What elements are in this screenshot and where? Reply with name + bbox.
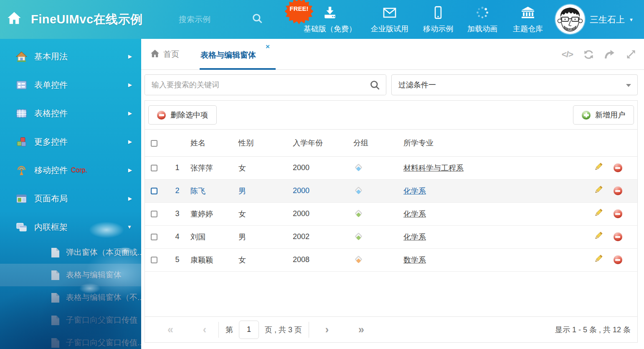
- filter-row: 过滤条件一: [145, 74, 638, 95]
- header-action-enterprise-trial[interactable]: 企业版试用: [371, 6, 408, 34]
- close-icon[interactable]: ×: [266, 43, 270, 51]
- delete-icon[interactable]: [614, 255, 622, 264]
- row-checkbox[interactable]: [151, 234, 157, 240]
- source-code-icon[interactable]: </>: [562, 49, 573, 59]
- chevron-down-icon: [626, 84, 631, 87]
- header-search-input[interactable]: [179, 13, 246, 27]
- sidebar-item-form-controls[interactable]: 表单控件 ▶: [0, 71, 141, 99]
- row-checkbox[interactable]: [151, 257, 157, 263]
- chevron-right-icon: ▶: [128, 139, 132, 145]
- next-page-button[interactable]: ›: [320, 324, 334, 335]
- tab-bar: 首页 表格与编辑窗体 × </>: [141, 39, 644, 70]
- table-row[interactable]: 3 董婷婷 女 2000 化学系: [145, 202, 637, 225]
- sidebar-item-inline-frames[interactable]: 内联框架 ▼: [0, 213, 141, 241]
- submenu-item-child-to-parent-2[interactable]: 子窗口向父窗口传值...: [0, 331, 141, 349]
- cell-gender: 女: [238, 202, 293, 225]
- user-avatar[interactable]: [555, 5, 585, 34]
- tag-icon: [355, 232, 362, 240]
- delete-icon[interactable]: [614, 163, 622, 172]
- app-window: FineUIMvc在线示例 FREE! 基础版（免费）: [0, 0, 644, 349]
- add-user-button[interactable]: 新增用户: [573, 105, 634, 125]
- delete-icon[interactable]: [614, 209, 622, 218]
- refresh-icon[interactable]: [583, 49, 594, 60]
- keyword-search-input[interactable]: [145, 75, 386, 95]
- expand-icon[interactable]: [626, 49, 636, 60]
- sidebar-item-page-layout[interactable]: 页面布局 ▶: [0, 184, 141, 213]
- major-link[interactable]: 材料科学与工程系: [403, 164, 464, 172]
- column-header-group[interactable]: 分组: [353, 130, 403, 156]
- header-action-basic-edition[interactable]: 基础版（免费）: [304, 6, 356, 34]
- sidebar-item-grid-controls[interactable]: 表格控件 ▶: [0, 99, 141, 127]
- house-icon: [16, 51, 27, 62]
- chevron-right-icon: ▶: [128, 53, 132, 59]
- header-action-loading-animation[interactable]: 加载动画: [467, 6, 497, 34]
- table-row[interactable]: 4 刘国 男 2002 化学系: [145, 225, 637, 248]
- prev-page-button[interactable]: ‹: [198, 324, 212, 335]
- envelope-icon: [382, 6, 397, 21]
- major-link[interactable]: 化学系: [403, 210, 426, 218]
- row-checkbox[interactable]: [151, 211, 157, 217]
- column-header-gender[interactable]: 性别: [238, 130, 293, 156]
- file-icon: [51, 338, 60, 348]
- top-header: FineUIMvc在线示例 FREE! 基础版（免费）: [0, 0, 644, 39]
- tab-grid-edit-window[interactable]: 表格与编辑窗体 ×: [200, 39, 276, 70]
- cubes-icon: [16, 136, 27, 148]
- cell-gender: 男: [238, 225, 293, 248]
- pager-divider: [309, 322, 309, 338]
- sidebar-item-label: 移动控件: [34, 165, 68, 176]
- row-checkbox[interactable]: [151, 188, 157, 194]
- delete-icon[interactable]: [614, 186, 622, 195]
- first-page-button[interactable]: «: [163, 324, 177, 335]
- chevron-right-icon: ▶: [128, 110, 132, 116]
- pagination-bar: « ‹ 第 页 , 共 3 页 › » 显示 1 - 5 条 , 共 12 条: [145, 316, 637, 342]
- home-icon: [150, 49, 160, 60]
- delete-icon[interactable]: [614, 232, 622, 241]
- major-link[interactable]: 化学系: [403, 187, 426, 195]
- edit-icon[interactable]: [593, 188, 603, 196]
- edit-icon[interactable]: [593, 257, 603, 265]
- add-button-label: 新增用户: [595, 110, 625, 120]
- table-row[interactable]: 1 张萍萍 女 2000 材料科学与工程系: [145, 156, 637, 179]
- sidebar-item-more-controls[interactable]: 更多控件 ▶: [0, 127, 141, 156]
- edit-icon[interactable]: [593, 234, 603, 242]
- table-row-selected[interactable]: 2 陈飞 男 2000 化学系: [145, 179, 637, 202]
- submenu-item-grid-edit-window-2[interactable]: 表格与编辑窗体（不...: [0, 286, 141, 309]
- search-icon[interactable]: [251, 13, 263, 26]
- filter-dropdown[interactable]: 过滤条件一: [391, 74, 638, 95]
- submenu-item-label: 子窗口向父窗口传值: [66, 315, 137, 326]
- row-checkbox[interactable]: [151, 165, 157, 171]
- delete-selected-button[interactable]: 删除选中项: [148, 105, 217, 125]
- spinner-icon: [476, 6, 489, 21]
- column-header-name[interactable]: 姓名: [190, 130, 238, 156]
- column-header-major[interactable]: 所学专业: [403, 130, 589, 156]
- header-action-mobile-demo[interactable]: 移动示例: [423, 6, 453, 34]
- tab-home[interactable]: 首页: [150, 39, 179, 70]
- sidebar-item-mobile-controls[interactable]: 移动控件 Corp. ▶: [0, 156, 141, 184]
- submenu-item-popup-window[interactable]: 弹出窗体（本页面或...: [0, 241, 141, 264]
- cell-name: 张萍萍: [190, 156, 238, 179]
- major-link[interactable]: 化学系: [403, 233, 426, 241]
- bank-icon: [520, 6, 535, 21]
- sidebar-item-basic-usage[interactable]: 基本用法 ▶: [0, 42, 141, 71]
- edit-icon[interactable]: [593, 165, 603, 173]
- page-number-input[interactable]: [239, 321, 259, 339]
- tag-icon: [355, 209, 362, 217]
- major-link[interactable]: 数学系: [403, 256, 426, 264]
- chevron-right-icon: ▶: [128, 82, 132, 88]
- home-icon[interactable]: [7, 11, 22, 27]
- cell-gender: 女: [238, 156, 293, 179]
- edit-icon[interactable]: [593, 211, 603, 219]
- cell-gender: 女: [238, 248, 293, 271]
- last-page-button[interactable]: »: [354, 324, 368, 335]
- table-row[interactable]: 5 康颖颖 女 2008 数学系: [145, 248, 637, 271]
- column-header-year[interactable]: 入学年份: [293, 130, 353, 156]
- share-icon[interactable]: [604, 49, 616, 60]
- search-icon[interactable]: [369, 79, 380, 92]
- remove-circle-icon: [157, 111, 166, 120]
- select-all-checkbox[interactable]: [151, 140, 157, 147]
- submenu-item-grid-edit-window[interactable]: 表格与编辑窗体: [0, 264, 141, 286]
- submenu-item-label: 表格与编辑窗体: [66, 270, 122, 280]
- submenu-item-child-to-parent[interactable]: 子窗口向父窗口传值: [0, 309, 141, 331]
- user-menu[interactable]: 三生石上 ▼: [590, 14, 634, 25]
- header-action-theme-store[interactable]: 主题仓库: [513, 6, 543, 34]
